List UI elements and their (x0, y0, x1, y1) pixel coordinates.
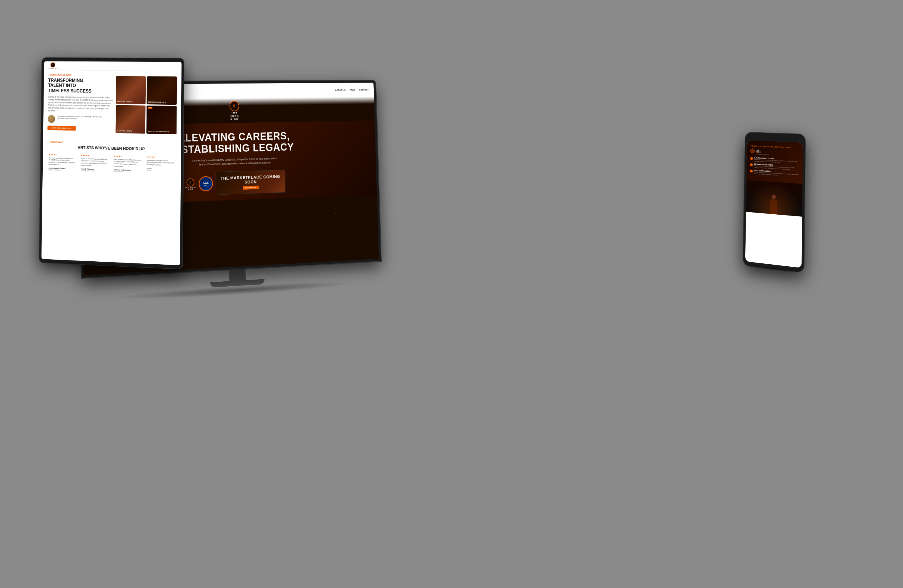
mobile-logo-text: THEHOOK (755, 149, 761, 153)
testimonials-section: TESTIMONIALS ARTISTS WHO'VE BEEN HOOK'D … (42, 137, 181, 180)
testimonial-handle-3: @rochesterjunior (113, 171, 141, 173)
eco-content-1: ELEVATE AUTHENTIC STORIES → Transform yo… (754, 157, 799, 165)
hero-hook-logo: 🎙 THE HOOK& CO (185, 179, 196, 191)
tablet-main-content: EMERGING ARTISTS ESTABLISHED ARTISTS ELE… (43, 78, 181, 140)
mobile-section-tag: OUR ECOSYSTEM HELPS THE ARTIST AT ANY ST… (750, 145, 799, 149)
monitor-stand-neck (229, 268, 245, 281)
testimonials-title: ARTISTS WHO'VE BEEN HOOK'D UP (47, 144, 176, 152)
scene: 🎙 THEHOOK& CO THE HOOK SUSTAINABLE CREAT… (40, 30, 864, 558)
marketplace-text: THE MARKETPLACE COMING SOON LEARN MORE (216, 174, 285, 191)
tablet: 🎙 THE HOOK & CO HOOK LINE AND SYNC EMER (39, 58, 184, 269)
hook-icon-small: 🎙 (186, 179, 194, 187)
tablet-artist-grid: EMERGING ARTISTS ESTABLISHED ARTISTS ELE… (115, 76, 177, 134)
testimonial-1: ★★★★★ My overall experience of working w… (47, 152, 77, 173)
eco-dot-1 (750, 157, 753, 160)
hook-logo-text: THEHOOK& CO (230, 111, 239, 121)
tablet-logo: 🎙 THE HOOK & CO (47, 62, 58, 69)
nav-faqs[interactable]: FAQS (349, 88, 355, 91)
nav-links: ABOUT US FAQS CONTACT (335, 88, 369, 91)
tablet-logo-icon: 🎙 (50, 62, 55, 67)
testimonial-handle-1: @garcia-media.com (48, 169, 75, 171)
hook-logo-icon: 🎙 (229, 101, 239, 111)
tablet-screen: 🎙 THE HOOK & CO HOOK LINE AND SYNC EMER (41, 61, 181, 265)
learn-more-button[interactable]: LEARN MORE (242, 186, 259, 190)
grid-elevating: ELEVATING ARTISTS (115, 105, 145, 134)
tablet-frame: 🎙 THE HOOK & CO HOOK LINE AND SYNC EMER (39, 58, 184, 269)
grid-badge: M.O. (148, 107, 152, 109)
orange-glow (746, 180, 802, 217)
testimonial-handle-2: @hannihyehonnes.com (80, 170, 108, 172)
tablet-nav: 🎙 THE HOOK & CO (44, 61, 181, 71)
testimonial-text-4: My experience working with the participa… (146, 159, 175, 167)
testimonial-2: ★★★★★ This is an empowering and enlighte… (79, 152, 109, 174)
mobile-logo-icon: 🎙 (750, 149, 755, 153)
marketplace-card: THE MARKETPLACE COMING SOON LEARN MORE (216, 170, 285, 195)
eco-dot-2 (750, 163, 753, 166)
testimonial-text-2: This is an empowering and enlightening s… (80, 158, 108, 167)
stars-4: ★★★★★ (146, 156, 175, 159)
tablet-quote-block: "How you do anything is how you do every… (47, 115, 113, 124)
eco-dot-3 (750, 169, 752, 172)
stars-3: ★★★★★ (113, 155, 141, 158)
hook-text-small: THE HOOK& CO (185, 187, 196, 190)
tablet-cta-button[interactable]: LEARN MORE ABOUT US → (47, 125, 76, 130)
grid-emerging: EMERGING ARTISTS (116, 76, 146, 104)
eco-content-3: BREAK DOWN BARRIERS → Build your profess… (754, 169, 799, 177)
tablet-logo-text: THE HOOK & CO (47, 67, 58, 69)
hero-subtitle: Connecting You with Industry Leaders to … (192, 157, 278, 167)
mobile-frame: OUR ECOSYSTEM HELPS THE ARTIST AT ANY ST… (743, 132, 805, 272)
nav-about[interactable]: ABOUT US (335, 89, 345, 91)
testimonial-handle-4: @artist (146, 169, 175, 172)
testimonial-4: ★★★★★ My experience working with the par… (145, 154, 176, 176)
testimonial-text-1: My overall experience of working with Th… (49, 157, 76, 166)
tablet-quote-avatar (47, 115, 55, 123)
stars-1: ★★★★★ (49, 154, 76, 157)
mobile-screen: OUR ECOSYSTEM HELPS THE ARTIST AT ANY ST… (745, 140, 803, 268)
mobile-notch (766, 137, 783, 140)
testimonial-3: ★★★★★ I love Michelle's passion for givi… (112, 153, 143, 175)
grid-industry: M.O. INDUSTRY PROFESSIONALS (146, 105, 176, 134)
mobile-hero-section: OUR ECOSYSTEM HELPS THE ARTIST AT ANY ST… (746, 140, 803, 184)
testimonial-text-3: I love Michelle's passion for giving art… (113, 158, 141, 168)
testimonials-grid: ★★★★★ My overall experience of working w… (47, 152, 176, 176)
grid-established: ESTABLISHED ARTISTS (146, 76, 177, 105)
mobile: OUR ECOSYSTEM HELPS THE ARTIST AT ANY ST… (743, 132, 805, 272)
scl-badge: SCL ●●● (198, 176, 213, 192)
stars-2: ★★★★★ (81, 154, 108, 157)
eco-item-3: BREAK DOWN BARRIERS → Build your profess… (750, 169, 799, 177)
eco-item-1: ELEVATE AUTHENTIC STORIES → Transform yo… (750, 157, 799, 165)
tablet-quote-content: "How you do anything is how you do every… (57, 115, 102, 120)
nav-contact[interactable]: CONTACT (359, 88, 369, 91)
mobile-artist-area (746, 180, 802, 217)
eco-content-2: EMPOWER DIVERSE VOICES → Connect to a un… (754, 163, 799, 171)
mobile-eco-list: ELEVATE AUTHENTIC STORIES → Transform yo… (750, 157, 799, 177)
